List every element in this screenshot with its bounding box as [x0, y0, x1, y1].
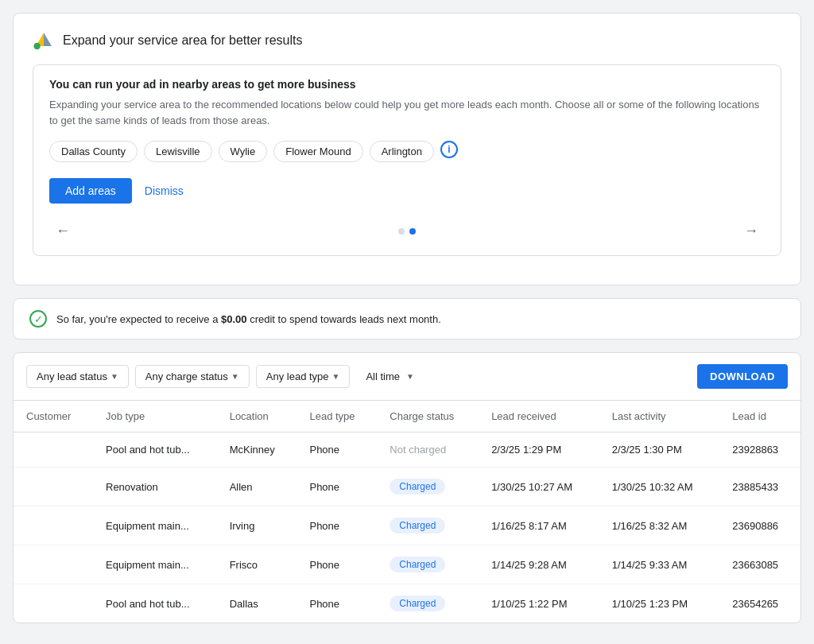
col-header-job-type: Job type [93, 401, 217, 433]
customer-cell [14, 545, 93, 584]
last-activity-cell: 1/16/25 8:32 AM [599, 506, 720, 545]
charge-status-cell: Charged [377, 545, 479, 584]
dismiss-button[interactable]: Dismiss [145, 184, 184, 197]
location-chip-1[interactable]: Lewisville [144, 141, 212, 162]
col-header-customer: Customer [14, 401, 93, 433]
action-buttons: Add areas Dismiss [49, 178, 765, 204]
table-row[interactable]: RenovationAllenPhoneCharged1/30/25 10:27… [14, 467, 800, 506]
charge-status-cell: Charged [377, 506, 479, 545]
expand-card-header: Expand your service area for better resu… [33, 29, 781, 52]
table-row[interactable]: Pool and hot tub...McKinneyPhoneNot char… [14, 433, 800, 467]
lead-received-cell: 1/30/25 10:27 AM [479, 467, 599, 506]
time-arrow-icon: ▼ [406, 372, 414, 381]
col-header-last-activity: Last activity [599, 401, 720, 433]
charged-badge: Charged [390, 596, 445, 611]
lead-type-filter[interactable]: Any lead type ▼ [256, 365, 351, 388]
lead-type-cell: Phone [297, 545, 377, 584]
table-header: CustomerJob typeLocationLead typeCharge … [14, 401, 800, 433]
pagination-dots [398, 228, 416, 235]
add-areas-button[interactable]: Add areas [49, 178, 132, 204]
lead-received-cell: 1/14/25 9:28 AM [479, 545, 599, 584]
check-icon: ✓ [29, 310, 47, 328]
last-activity-cell: 2/3/25 1:30 PM [599, 433, 720, 467]
credit-notice: ✓ So far, you're expected to receive a $… [13, 298, 801, 339]
customer-cell [14, 433, 93, 467]
dot-2 [409, 228, 416, 235]
filter-row: Any lead status ▼ Any charge status ▼ An… [14, 353, 800, 401]
location-cell: Dallas [217, 584, 297, 623]
lead-received-cell: 1/10/25 1:22 PM [479, 584, 599, 623]
credit-amount: $0.00 [221, 313, 247, 325]
next-arrow-button[interactable]: → [738, 219, 765, 242]
credit-text-suffix: credit to spend towards leads next month… [247, 313, 441, 325]
svg-point-1 [33, 43, 40, 49]
lead-type-cell: Phone [297, 467, 377, 506]
lead-type-cell: Phone [297, 433, 377, 467]
lead-id-cell: 23654265 [719, 584, 800, 623]
last-activity-cell: 1/10/25 1:23 PM [599, 584, 720, 623]
customer-cell [14, 506, 93, 545]
info-box-description: Expanding your service area to the recom… [49, 97, 765, 128]
table-body: Pool and hot tub...McKinneyPhoneNot char… [14, 433, 800, 623]
lead-id-cell: 23928863 [719, 433, 800, 467]
expand-card-title: Expand your service area for better resu… [63, 33, 302, 48]
col-header-charge-status: Charge status [377, 401, 479, 433]
download-button[interactable]: DOWNLOAD [697, 364, 788, 389]
dot-1 [398, 228, 405, 235]
col-header-lead-received: Lead received [479, 401, 599, 433]
lead-received-cell: 1/16/25 8:17 AM [479, 506, 599, 545]
lead-status-filter[interactable]: Any lead status ▼ [26, 365, 129, 388]
credit-notice-text: So far, you're expected to receive a $0.… [56, 313, 441, 325]
lead-id-cell: 23663085 [719, 545, 800, 584]
location-chip-4[interactable]: Arlington [370, 141, 434, 162]
lead-received-cell: 2/3/25 1:29 PM [479, 433, 599, 467]
job-type-cell: Pool and hot tub... [93, 433, 217, 467]
location-chip-3[interactable]: Flower Mound [273, 141, 362, 162]
job-type-cell: Renovation [93, 467, 217, 506]
svg-marker-2 [44, 33, 52, 46]
job-type-cell: Equipment main... [93, 545, 217, 584]
lead-type-cell: Phone [297, 506, 377, 545]
location-chip-0[interactable]: Dallas County [49, 141, 138, 162]
time-filter[interactable]: All time ▼ [356, 366, 424, 387]
pagination-row: ← → [49, 219, 765, 242]
header-row: CustomerJob typeLocationLead typeCharge … [14, 401, 800, 433]
location-cell: Irving [217, 506, 297, 545]
charge-status-arrow-icon: ▼ [231, 372, 239, 381]
prev-arrow-button[interactable]: ← [49, 219, 76, 242]
table-row[interactable]: Equipment main...FriscoPhoneCharged1/14/… [14, 545, 800, 584]
table-row[interactable]: Equipment main...IrvingPhoneCharged1/16/… [14, 506, 800, 545]
charged-badge: Charged [390, 479, 445, 495]
col-header-lead-type: Lead type [297, 401, 377, 433]
customer-cell [14, 467, 93, 506]
lead-id-cell: 23885433 [719, 467, 800, 506]
col-header-lead-id: Lead id [719, 401, 800, 433]
job-type-cell: Equipment main... [93, 506, 217, 545]
charged-badge: Charged [390, 518, 445, 533]
lead-type-arrow-icon: ▼ [332, 372, 340, 381]
charge-status-cell: Not charged [377, 433, 479, 467]
charged-badge: Charged [390, 557, 445, 572]
charge-status-cell: Charged [377, 467, 479, 506]
expand-service-area-card: Expand your service area for better resu… [13, 13, 801, 285]
location-cell: McKinney [217, 433, 297, 467]
charge-status-cell: Charged [377, 584, 479, 623]
col-header-location: Location [217, 401, 297, 433]
leads-table-card: Any lead status ▼ Any charge status ▼ An… [13, 352, 801, 623]
info-box-title: You can run your ad in nearby areas to g… [49, 78, 765, 91]
customer-cell [14, 584, 93, 623]
credit-text-prefix: So far, you're expected to receive a [56, 313, 221, 325]
lead-id-cell: 23690886 [719, 506, 800, 545]
last-activity-cell: 1/14/25 9:33 AM [599, 545, 720, 584]
job-type-cell: Pool and hot tub... [93, 584, 217, 623]
location-cell: Allen [217, 467, 297, 506]
info-icon[interactable]: i [440, 141, 458, 158]
location-cell: Frisco [217, 545, 297, 584]
table-row[interactable]: Pool and hot tub...DallasPhoneCharged1/1… [14, 584, 800, 623]
location-chip-2[interactable]: Wylie [219, 141, 268, 162]
charge-status-filter[interactable]: Any charge status ▼ [135, 365, 250, 388]
lead-status-arrow-icon: ▼ [110, 372, 118, 381]
google-ads-icon [33, 29, 55, 52]
info-box: You can run your ad in nearby areas to g… [33, 64, 781, 256]
location-chips-container: Dallas CountyLewisvilleWylieFlower Mound… [49, 141, 765, 162]
